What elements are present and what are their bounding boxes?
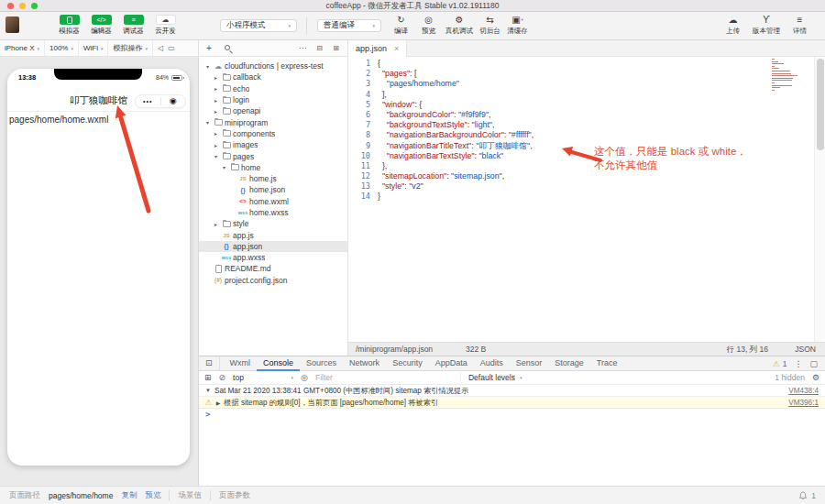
tree-item[interactable]: JShome.js [199,173,347,184]
inspect-icon[interactable]: ⊡ [199,356,220,370]
close-tab-icon[interactable]: × [394,44,399,53]
details-button[interactable]: ≡详情 [787,14,812,36]
tree-item[interactable]: wsshome.wxss [199,207,347,218]
minimize-window-button[interactable] [19,3,26,9]
tree-item[interactable]: ▸images [199,139,347,150]
preview-link[interactable]: 预览 [145,490,160,501]
expander-icon[interactable]: ▶ [216,400,221,406]
expander-icon[interactable]: ▸ [212,85,220,92]
editor-button[interactable]: </>编辑器 [85,14,117,36]
scene-label[interactable]: 场景值 [178,490,202,501]
open-separate-icon[interactable]: ⊞ [333,40,339,57]
menu-icon[interactable]: ⋮ [794,359,802,368]
expander-icon[interactable]: ▾ [220,164,228,170]
tree-item[interactable]: ▸openapi [199,105,347,116]
sim-control-iphone-x[interactable]: iPhone X▾ [0,40,45,56]
gear-icon[interactable]: ⚙ [812,373,820,382]
bell-icon[interactable] [798,491,808,500]
collapse-all-icon[interactable]: ⊟ [316,40,323,57]
devtools-tab-audits[interactable]: Audits [474,356,510,371]
tree-item[interactable]: {}home.json [199,184,347,195]
tree-item[interactable]: {}app.json [199,241,347,252]
minimap[interactable] [772,59,805,92]
devtools-tab-sensor[interactable]: Sensor [510,356,549,371]
devtools-tab-wxml[interactable]: Wxml [224,356,258,371]
console-message[interactable]: ⚠▶根据 sitemap 的规则[0]，当前页面 [pages/home/hom… [199,397,825,409]
eye-icon[interactable]: ◎ [301,373,308,382]
expander-icon[interactable]: ▸ [212,74,220,81]
mute-icon[interactable]: ◁ [153,40,163,56]
more-dots-icon[interactable]: ••• [136,98,160,104]
log-levels-dropdown[interactable]: Default levels ▾ [460,373,522,382]
devtools-tab-trace[interactable]: Trace [590,356,624,371]
avatar[interactable] [6,16,19,33]
expander-icon[interactable]: ▸ [212,142,220,148]
debugger-button[interactable]: ≡调试器 [117,14,149,36]
sim-control-100%[interactable]: 100%▾ [45,40,79,56]
scrollbar-thumb[interactable] [817,59,824,150]
clear-console-icon[interactable]: ⊘ [219,373,226,382]
upload-button[interactable]: ☁上传 [720,14,745,36]
tree-item[interactable]: ▾home [199,162,347,173]
code-editor[interactable]: 1234567891011121314 { "pages": [ "pages/… [348,57,825,342]
tab-app-json[interactable]: app.json × [348,40,407,57]
sim-control-模拟操作[interactable]: 模拟操作▾ [108,40,153,56]
tree-item[interactable]: README.md [199,263,347,274]
context-dropdown[interactable]: top ▾ [233,373,293,382]
warning-icon[interactable]: ⚠ [773,359,780,368]
tree-item[interactable]: ▾miniprogram [199,116,347,127]
expander-icon[interactable]: ▸ [212,221,220,227]
tree-item[interactable]: ▾pages [199,150,347,161]
language-mode[interactable]: JSON [795,343,816,356]
mode-select-dropdown[interactable]: 小程序模式 ▾ [220,19,297,32]
background-button[interactable]: ⇆切后台 [478,14,502,36]
editor-scrollbar[interactable] [814,57,825,342]
console-prompt[interactable]: > [199,409,825,421]
tree-item[interactable]: ▸login [199,94,347,105]
close-window-button[interactable] [7,3,14,9]
maximize-window-button[interactable] [31,3,38,9]
devtools-tab-appdata[interactable]: AppData [429,356,474,371]
console-message[interactable]: ▼Sat Mar 21 2020 13:38:41 GMT+0800 (中国标准… [199,385,825,397]
source-link[interactable]: VM438:4 [781,387,819,395]
devtools-tab-network[interactable]: Network [343,356,386,371]
expander-icon[interactable]: ▸ [212,108,220,115]
preview-button[interactable]: ◎预览 [416,14,441,36]
simulator-button[interactable]: 模拟器 [53,14,85,36]
clear-cache-button[interactable]: ▣▾清缓存 [505,14,530,36]
home-target-icon[interactable]: ◉ [161,97,186,105]
tree-item[interactable]: ▸style [199,218,347,229]
tree-item[interactable]: ▸callback [199,71,347,82]
expander-icon[interactable]: ▸ [212,130,220,137]
copy-link[interactable]: 复制 [121,490,137,501]
tree-item[interactable]: (#)project.config.json [199,275,347,286]
devtools-tab-sources[interactable]: Sources [300,356,343,371]
devtools-tab-security[interactable]: Security [386,356,429,371]
expander-icon[interactable]: ▾ [212,153,220,159]
compile-button[interactable]: ↻编译 [389,14,413,36]
tree-item[interactable]: ▸components [199,128,347,139]
expander-icon[interactable]: ▸ [212,97,220,104]
remote-debug-button[interactable]: ⚙真机调试 [444,14,475,36]
tree-item[interactable]: ▸echo [199,83,347,94]
search-icon[interactable] [225,45,230,50]
expander-icon[interactable]: ▼ [205,388,211,393]
source-link[interactable]: VM396:1 [781,399,819,407]
console-sidebar-icon[interactable]: ⊞ [204,373,212,382]
tree-item[interactable]: ▾☁cloudfunctions | express-test [199,60,347,71]
cloud-dev-button[interactable]: ☁云开发 [149,14,182,36]
version-button[interactable]: ϒ版本管理 [751,14,782,36]
popout-icon[interactable]: ▢ [809,359,818,368]
more-icon[interactable]: ⋯ [299,40,306,57]
expander-icon[interactable]: ▾ [204,119,212,126]
tree-item[interactable]: <>home.wxml [199,196,347,207]
compile-select-dropdown[interactable]: 普通编译 ▾ [317,19,381,32]
devtools-tab-storage[interactable]: Storage [548,356,590,371]
expander-icon[interactable]: ▾ [204,63,212,70]
add-file-icon[interactable]: + [206,40,212,57]
tree-item[interactable]: wssapp.wxss [199,252,347,263]
rotate-screen-icon[interactable]: ▭ [163,40,180,56]
page-params-label[interactable]: 页面参数 [219,490,250,501]
tree-item[interactable]: JSapp.js [199,229,347,240]
filter-input[interactable] [315,373,453,382]
